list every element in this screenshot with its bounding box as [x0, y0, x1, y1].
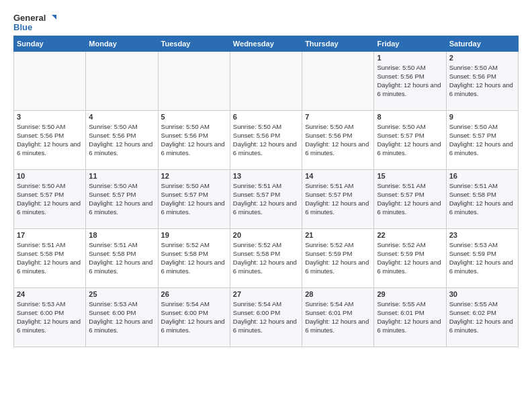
day-number: 26	[161, 290, 227, 298]
day-number: 8	[377, 113, 443, 121]
day-number: 1	[377, 54, 443, 62]
day-info: Sunrise: 5:53 AM Sunset: 6:00 PM Dayligh…	[89, 300, 154, 335]
calendar-empty-cell	[230, 51, 302, 110]
day-number: 30	[449, 290, 515, 298]
logo-general: General	[13, 13, 46, 23]
logo-blue: Blue	[13, 23, 32, 32]
day-info: Sunrise: 5:52 AM Sunset: 5:58 PM Dayligh…	[161, 240, 227, 276]
calendar-day-cell: 6Sunrise: 5:50 AM Sunset: 5:56 PM Daylig…	[230, 110, 302, 169]
calendar-day-cell: 2Sunrise: 5:50 AM Sunset: 5:56 PM Daylig…	[446, 51, 518, 110]
day-number: 21	[305, 231, 371, 239]
day-info: Sunrise: 5:52 AM Sunset: 5:58 PM Dayligh…	[233, 240, 299, 276]
day-info: Sunrise: 5:50 AM Sunset: 5:56 PM Dayligh…	[17, 122, 83, 158]
day-info: Sunrise: 5:52 AM Sunset: 5:59 PM Dayligh…	[305, 240, 371, 276]
day-number: 6	[233, 113, 299, 121]
weekday-header-tuesday: Tuesday	[158, 36, 230, 51]
day-info: Sunrise: 5:51 AM Sunset: 5:57 PM Dayligh…	[233, 181, 299, 217]
day-info: Sunrise: 5:50 AM Sunset: 5:57 PM Dayligh…	[161, 181, 227, 217]
weekday-header-thursday: Thursday	[302, 36, 374, 51]
calendar-day-cell: 19Sunrise: 5:52 AM Sunset: 5:58 PM Dayli…	[158, 228, 230, 287]
day-info: Sunrise: 5:50 AM Sunset: 5:56 PM Dayligh…	[161, 122, 227, 158]
day-number: 24	[17, 290, 83, 298]
day-info: Sunrise: 5:50 AM Sunset: 5:56 PM Dayligh…	[305, 122, 371, 158]
day-number: 11	[89, 172, 154, 180]
calendar-day-cell: 5Sunrise: 5:50 AM Sunset: 5:56 PM Daylig…	[158, 110, 230, 169]
calendar-week-row: 24Sunrise: 5:53 AM Sunset: 6:00 PM Dayli…	[14, 287, 519, 347]
day-number: 12	[161, 172, 227, 180]
svg-marker-0	[52, 15, 56, 19]
calendar-day-cell: 26Sunrise: 5:54 AM Sunset: 6:00 PM Dayli…	[158, 287, 230, 347]
day-number: 27	[233, 290, 299, 298]
day-number: 23	[449, 231, 515, 239]
calendar-week-row: 1Sunrise: 5:50 AM Sunset: 5:56 PM Daylig…	[14, 51, 519, 110]
day-number: 2	[449, 54, 515, 62]
weekday-header-wednesday: Wednesday	[230, 36, 302, 51]
day-number: 20	[233, 231, 299, 239]
calendar-day-cell: 3Sunrise: 5:50 AM Sunset: 5:56 PM Daylig…	[14, 110, 86, 169]
day-info: Sunrise: 5:51 AM Sunset: 5:58 PM Dayligh…	[89, 240, 154, 276]
calendar-day-cell: 10Sunrise: 5:50 AM Sunset: 5:57 PM Dayli…	[14, 169, 86, 228]
day-info: Sunrise: 5:51 AM Sunset: 5:58 PM Dayligh…	[17, 240, 83, 276]
day-number: 22	[377, 231, 443, 239]
day-number: 16	[449, 172, 515, 180]
calendar-day-cell: 7Sunrise: 5:50 AM Sunset: 5:56 PM Daylig…	[302, 110, 374, 169]
calendar-day-cell: 15Sunrise: 5:51 AM Sunset: 5:57 PM Dayli…	[374, 169, 446, 228]
calendar-empty-cell	[14, 51, 86, 110]
day-info: Sunrise: 5:50 AM Sunset: 5:56 PM Dayligh…	[377, 63, 443, 99]
day-info: Sunrise: 5:54 AM Sunset: 6:01 PM Dayligh…	[305, 300, 371, 335]
calendar-day-cell: 21Sunrise: 5:52 AM Sunset: 5:59 PM Dayli…	[302, 228, 374, 287]
day-number: 28	[305, 290, 371, 298]
calendar-day-cell: 16Sunrise: 5:51 AM Sunset: 5:58 PM Dayli…	[446, 169, 518, 228]
day-info: Sunrise: 5:50 AM Sunset: 5:56 PM Dayligh…	[89, 122, 154, 158]
weekday-header-monday: Monday	[86, 36, 158, 51]
calendar-day-cell: 18Sunrise: 5:51 AM Sunset: 5:58 PM Dayli…	[86, 228, 158, 287]
calendar-day-cell: 11Sunrise: 5:50 AM Sunset: 5:57 PM Dayli…	[86, 169, 158, 228]
day-info: Sunrise: 5:53 AM Sunset: 5:59 PM Dayligh…	[449, 240, 515, 276]
day-info: Sunrise: 5:52 AM Sunset: 5:59 PM Dayligh…	[377, 240, 443, 276]
calendar-empty-cell	[158, 51, 230, 110]
day-number: 15	[377, 172, 443, 180]
calendar-day-cell: 9Sunrise: 5:50 AM Sunset: 5:57 PM Daylig…	[446, 110, 518, 169]
calendar-day-cell: 12Sunrise: 5:50 AM Sunset: 5:57 PM Dayli…	[158, 169, 230, 228]
day-info: Sunrise: 5:50 AM Sunset: 5:57 PM Dayligh…	[89, 181, 154, 217]
day-number: 19	[161, 231, 227, 239]
calendar-table: SundayMondayTuesdayWednesdayThursdayFrid…	[13, 36, 519, 347]
day-number: 4	[89, 113, 154, 121]
page-header: General Blue	[13, 11, 519, 33]
day-number: 17	[17, 231, 83, 239]
day-info: Sunrise: 5:55 AM Sunset: 6:01 PM Dayligh…	[377, 300, 443, 335]
calendar-day-cell: 14Sunrise: 5:51 AM Sunset: 5:57 PM Dayli…	[302, 169, 374, 228]
logo-arrow-icon	[47, 13, 56, 23]
calendar-day-cell: 17Sunrise: 5:51 AM Sunset: 5:58 PM Dayli…	[14, 228, 86, 287]
day-number: 9	[449, 113, 515, 121]
calendar-day-cell: 27Sunrise: 5:54 AM Sunset: 6:00 PM Dayli…	[230, 287, 302, 347]
day-number: 13	[233, 172, 299, 180]
logo: General Blue	[13, 13, 56, 33]
day-info: Sunrise: 5:54 AM Sunset: 6:00 PM Dayligh…	[161, 300, 227, 335]
calendar-week-row: 10Sunrise: 5:50 AM Sunset: 5:57 PM Dayli…	[14, 169, 519, 228]
day-info: Sunrise: 5:50 AM Sunset: 5:56 PM Dayligh…	[233, 122, 299, 158]
weekday-header-friday: Friday	[374, 36, 446, 51]
calendar-day-cell: 1Sunrise: 5:50 AM Sunset: 5:56 PM Daylig…	[374, 51, 446, 110]
calendar-day-cell: 23Sunrise: 5:53 AM Sunset: 5:59 PM Dayli…	[446, 228, 518, 287]
calendar-day-cell: 13Sunrise: 5:51 AM Sunset: 5:57 PM Dayli…	[230, 169, 302, 228]
calendar-empty-cell	[302, 51, 374, 110]
day-number: 7	[305, 113, 371, 121]
day-info: Sunrise: 5:51 AM Sunset: 5:57 PM Dayligh…	[305, 181, 371, 217]
weekday-header-saturday: Saturday	[446, 36, 518, 51]
day-number: 3	[17, 113, 83, 121]
calendar-day-cell: 24Sunrise: 5:53 AM Sunset: 6:00 PM Dayli…	[14, 287, 86, 347]
day-info: Sunrise: 5:51 AM Sunset: 5:58 PM Dayligh…	[449, 181, 515, 217]
day-number: 14	[305, 172, 371, 180]
day-number: 10	[17, 172, 83, 180]
calendar-day-cell: 29Sunrise: 5:55 AM Sunset: 6:01 PM Dayli…	[374, 287, 446, 347]
calendar-day-cell: 4Sunrise: 5:50 AM Sunset: 5:56 PM Daylig…	[86, 110, 158, 169]
calendar-day-cell: 25Sunrise: 5:53 AM Sunset: 6:00 PM Dayli…	[86, 287, 158, 347]
calendar-week-row: 3Sunrise: 5:50 AM Sunset: 5:56 PM Daylig…	[14, 110, 519, 169]
day-info: Sunrise: 5:54 AM Sunset: 6:00 PM Dayligh…	[233, 300, 299, 335]
calendar-day-cell: 20Sunrise: 5:52 AM Sunset: 5:58 PM Dayli…	[230, 228, 302, 287]
day-info: Sunrise: 5:55 AM Sunset: 6:02 PM Dayligh…	[449, 300, 515, 335]
calendar-header-row: SundayMondayTuesdayWednesdayThursdayFrid…	[14, 36, 519, 51]
calendar-day-cell: 8Sunrise: 5:50 AM Sunset: 5:57 PM Daylig…	[374, 110, 446, 169]
calendar-day-cell: 22Sunrise: 5:52 AM Sunset: 5:59 PM Dayli…	[374, 228, 446, 287]
